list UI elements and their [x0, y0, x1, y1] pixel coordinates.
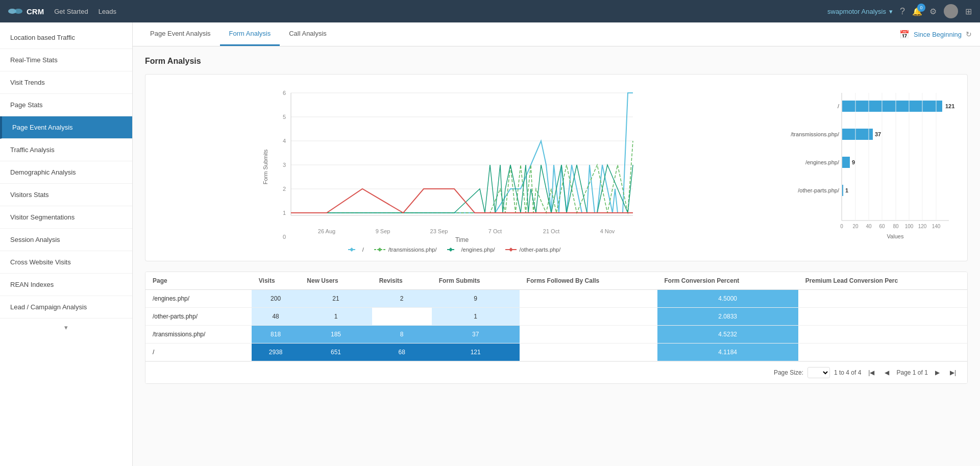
cell-visits: 200: [252, 290, 300, 308]
sidebar-item-demographic-analysis[interactable]: Demographic Analysis: [0, 161, 132, 184]
sidebar-item-real-time-stats[interactable]: Real-Time Stats: [0, 49, 132, 71]
tab-call-analysis[interactable]: Call Analysis: [280, 22, 336, 46]
svg-text:/other-parts.php/: /other-parts.php/: [798, 187, 840, 193]
refresh-icon[interactable]: ↻: [966, 30, 972, 38]
bar-chart-wrap: 121 / 37 /transmissions.php/ 9 /engines.…: [765, 83, 959, 253]
legend-icon-transmissions: [374, 247, 385, 252]
sidebar-item-traffic-analysis[interactable]: Traffic Analysis: [0, 139, 132, 161]
chevron-down-icon: ▾: [889, 8, 893, 15]
bar-root: [842, 101, 942, 112]
cell-page: /engines.php/: [145, 290, 252, 308]
svg-text:21 Oct: 21 Oct: [543, 228, 559, 234]
brand[interactable]: CRM: [8, 6, 44, 17]
svg-marker-27: [350, 248, 354, 252]
section-title: Form Analysis: [145, 57, 968, 66]
sidebar-collapse-btn[interactable]: ▾: [0, 318, 132, 336]
svg-text:2: 2: [283, 186, 286, 192]
settings-icon[interactable]: ⚙: [929, 7, 937, 16]
svg-marker-33: [509, 248, 513, 252]
grid-icon[interactable]: ⊞: [965, 7, 972, 16]
pagination-prev-btn[interactable]: ◀: [881, 368, 892, 377]
brand-label: CRM: [27, 7, 44, 16]
pagination-next-btn[interactable]: ▶: [932, 368, 943, 377]
page-size-select[interactable]: [807, 367, 830, 378]
svg-text:1: 1: [845, 187, 848, 193]
legend-icon-engines: [447, 247, 458, 252]
date-filter[interactable]: 📅 Since Beginning ↻: [899, 30, 972, 39]
pagination-first-btn[interactable]: |◀: [865, 368, 877, 377]
crm-logo: [8, 6, 22, 17]
svg-text:4: 4: [283, 138, 286, 144]
sidebar: Location based Traffic Real-Time Stats V…: [0, 22, 133, 466]
bar-other-parts: [842, 185, 843, 196]
svg-text:/engines.php/: /engines.php/: [805, 159, 840, 165]
cell-form-submits: 1: [432, 308, 520, 326]
calendar-icon: 📅: [899, 30, 910, 39]
svg-text:/transmissions.php/: /transmissions.php/: [791, 131, 840, 137]
svg-text:100: 100: [905, 224, 914, 229]
cell-premium-conv: [798, 290, 967, 308]
nav-leads[interactable]: Leads: [99, 8, 116, 15]
svg-text:40: 40: [866, 224, 872, 229]
sidebar-item-visitors-stats[interactable]: Visitors Stats: [0, 184, 132, 206]
help-icon[interactable]: ?: [900, 6, 905, 17]
svg-text:60: 60: [879, 224, 885, 229]
pagination: Page Size: 1 to 4 of 4 |◀ ◀ Page 1 of 1 …: [145, 361, 967, 383]
pagination-page-label: Page 1 of 1: [896, 369, 927, 376]
cell-page: /: [145, 344, 252, 361]
table-row: /engines.php/ 200 21 2 9 4.5000: [145, 290, 967, 308]
cell-form-submits: 37: [432, 326, 520, 344]
cell-revisits: 8: [372, 326, 432, 344]
tab-page-event-analysis[interactable]: Page Event Analysis: [141, 22, 220, 46]
notifications-icon[interactable]: 🔔 0: [912, 7, 922, 16]
tab-form-analysis[interactable]: Form Analysis: [220, 22, 280, 46]
svg-marker-29: [378, 248, 382, 252]
col-form-conv: Form Conversion Percent: [657, 272, 798, 290]
avatar[interactable]: [944, 4, 958, 18]
col-new-users: New Users: [300, 272, 372, 290]
cell-premium-conv: [798, 308, 967, 326]
svg-text:Time: Time: [455, 236, 469, 243]
svg-point-1: [14, 9, 22, 14]
cell-premium-conv: [798, 344, 967, 361]
cell-page: /transmissions.php/: [145, 326, 252, 344]
sidebar-item-page-event-analysis[interactable]: Page Event Analysis: [0, 116, 132, 139]
table-row: / 2938 651 68 121 4.1184: [145, 344, 967, 361]
cell-visits: 48: [252, 308, 300, 326]
pagination-last-btn[interactable]: ▶|: [947, 368, 959, 377]
user-label: swapmotor Analysis: [827, 8, 886, 15]
sidebar-item-cross-website-visits[interactable]: Cross Website Visits: [0, 251, 132, 274]
date-filter-label: Since Beginning: [914, 31, 962, 38]
cell-form-conv: 4.5000: [657, 290, 798, 308]
sidebar-item-session-analysis[interactable]: Session Analysis: [0, 229, 132, 251]
nav-get-started[interactable]: Get Started: [54, 8, 88, 15]
col-forms-followed: Forms Followed By Calls: [520, 272, 657, 290]
cell-revisits: [372, 308, 432, 326]
user-menu[interactable]: swapmotor Analysis ▾: [827, 8, 893, 15]
sidebar-item-location-based-traffic[interactable]: Location based Traffic: [0, 27, 132, 49]
sidebar-item-page-stats[interactable]: Page Stats: [0, 94, 132, 116]
legend-item-engines: /engines.php/: [447, 247, 495, 253]
sidebar-item-rean-indexes[interactable]: REAN Indexes: [0, 274, 132, 296]
cell-form-conv: 4.1184: [657, 344, 798, 361]
sidebar-item-visit-trends[interactable]: Visit Trends: [0, 71, 132, 94]
svg-text:26 Aug: 26 Aug: [318, 228, 335, 234]
table-row: /transmissions.php/ 818 185 8 37 4.5232: [145, 326, 967, 344]
cell-form-conv: 2.0833: [657, 308, 798, 326]
svg-text:9: 9: [852, 159, 855, 165]
svg-text:37: 37: [875, 131, 881, 137]
table-row: /other-parts.php/ 48 1 1 2.0833: [145, 308, 967, 326]
cell-visits: 818: [252, 326, 300, 344]
cell-new-users: 185: [300, 326, 372, 344]
svg-marker-31: [449, 248, 453, 252]
sidebar-item-visitor-segmentations[interactable]: Visitor Segmentations: [0, 206, 132, 229]
table-header-row: Page Visits New Users Revisits Form Subm…: [145, 272, 967, 290]
sidebar-item-lead-campaign-analysis[interactable]: Lead / Campaign Analysis: [0, 296, 132, 318]
col-form-submits: Form Submits: [432, 272, 520, 290]
cell-visits: 2938: [252, 344, 300, 361]
bar-engines: [842, 157, 850, 168]
chart-area: 6 5 4 3 2 1 0 Form Submits 26 Aug 9 Sep …: [145, 74, 968, 261]
cell-form-submits: 121: [432, 344, 520, 361]
legend-icon-root: [348, 247, 359, 252]
cell-premium-conv: [798, 326, 967, 344]
